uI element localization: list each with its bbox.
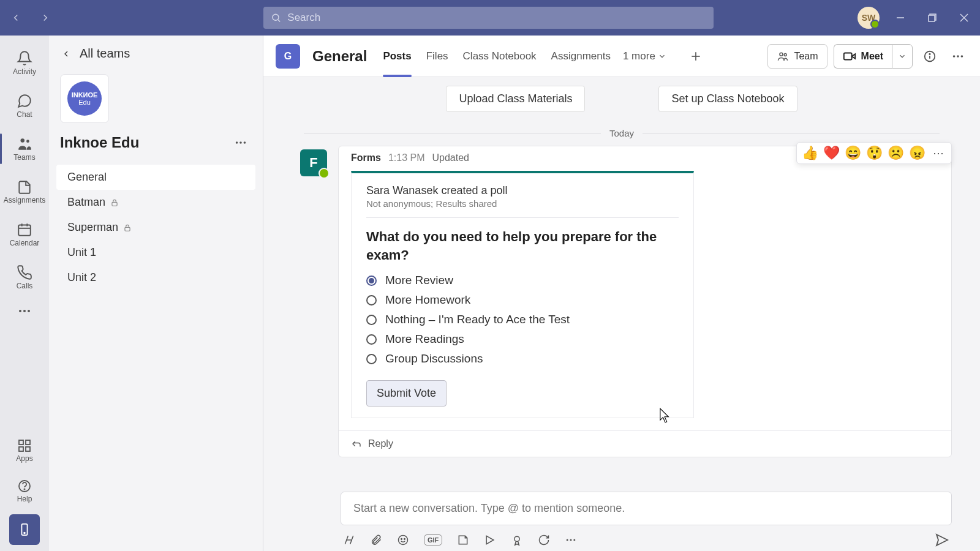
user-avatar[interactable]: SW	[858, 7, 880, 29]
format-icon[interactable]	[343, 534, 355, 546]
rail-calls[interactable]: Calls	[0, 256, 49, 299]
svg-point-45	[567, 539, 568, 541]
search-box[interactable]	[263, 7, 714, 29]
rail-label: Activity	[13, 67, 36, 76]
praise-icon[interactable]	[511, 534, 523, 546]
radio-icon	[366, 334, 377, 345]
search-input[interactable]	[287, 12, 706, 24]
search-icon	[271, 12, 281, 23]
poll-option-label: More Homework	[385, 293, 470, 307]
all-teams-back[interactable]: All teams	[56, 44, 255, 63]
team-btn-label: Team	[794, 51, 818, 62]
svg-rect-15	[19, 440, 23, 444]
upload-materials-button[interactable]: Upload Class Materials	[446, 86, 585, 112]
post: 👍 ❤️ 😄 😲 ☹️ 😠 ⋯ F Forms 1:13 PM Updated	[263, 142, 980, 457]
title-bar: SW	[0, 0, 980, 36]
channel-header: G General PostsFilesClass NotebookAssign…	[263, 36, 980, 77]
meet-dropdown[interactable]	[892, 44, 913, 69]
header-more-button[interactable]	[947, 45, 969, 67]
channel-item-general[interactable]: General	[56, 165, 255, 190]
reaction-angry[interactable]: 😠	[909, 145, 925, 161]
channel-title: General	[312, 48, 367, 65]
app-avatar-forms: F	[300, 149, 327, 176]
rail-teams[interactable]: Teams	[0, 127, 49, 170]
rail-label: Teams	[13, 153, 35, 162]
svg-rect-32	[843, 53, 851, 59]
rail-chat[interactable]: Chat	[0, 84, 49, 127]
poll-option[interactable]: Nothing – I'm Ready to Ace the Test	[366, 313, 679, 326]
more-tabs[interactable]: 1 more	[623, 36, 666, 77]
nav-forward-button[interactable]	[36, 8, 55, 28]
rail-calendar[interactable]: Calendar	[0, 213, 49, 256]
sticker-icon[interactable]	[457, 534, 469, 546]
svg-point-38	[957, 55, 959, 58]
channel-item-superman[interactable]: Superman	[56, 215, 255, 240]
channel-item-unit-1[interactable]: Unit 1	[56, 240, 255, 265]
submit-vote-button[interactable]: Submit Vote	[366, 380, 447, 407]
meet-button[interactable]: Meet	[834, 44, 913, 69]
close-button[interactable]	[953, 7, 975, 29]
minimize-button[interactable]	[889, 7, 911, 29]
reaction-more[interactable]: ⋯	[930, 146, 946, 160]
nav-back-button[interactable]	[6, 8, 26, 28]
emoji-icon[interactable]	[397, 534, 409, 546]
poll-card: Sara Wanasek created a poll Not anonymou…	[351, 171, 694, 418]
add-tab-button[interactable]	[685, 45, 707, 67]
post-app-name: Forms	[351, 152, 381, 163]
loop-icon[interactable]	[538, 534, 550, 546]
svg-rect-3	[929, 15, 935, 21]
reaction-surprised[interactable]: 😲	[866, 145, 883, 161]
rail-mobile-button[interactable]	[9, 514, 40, 545]
rail-activity[interactable]: Activity	[0, 42, 49, 84]
svg-point-31	[785, 53, 787, 56]
tab-assignments[interactable]: Assignments	[551, 36, 611, 77]
rail-help[interactable]: Help	[0, 474, 49, 508]
reaction-thumbs-up[interactable]: 👍	[802, 145, 818, 161]
reaction-laugh[interactable]: 😄	[845, 145, 861, 161]
svg-marker-43	[487, 536, 494, 544]
rail-assignments[interactable]: Assignments	[0, 170, 49, 213]
reaction-heart[interactable]: ❤️	[823, 145, 840, 161]
composer-input[interactable]: Start a new conversation. Type @ to ment…	[341, 492, 952, 525]
channel-item-unit-2[interactable]: Unit 2	[56, 265, 255, 290]
rail-apps[interactable]: Apps	[0, 433, 49, 468]
svg-point-23	[236, 141, 238, 144]
reply-button[interactable]: Reply	[339, 430, 951, 457]
rail-more[interactable]	[0, 299, 49, 323]
stream-icon[interactable]	[484, 534, 496, 546]
poll-option[interactable]: More Review	[366, 274, 679, 287]
setup-notebook-button[interactable]: Set up Class Notebook	[658, 86, 797, 112]
info-button[interactable]	[919, 45, 941, 67]
send-button[interactable]	[935, 533, 949, 547]
team-avatar[interactable]: INKИOE Edu	[60, 74, 109, 123]
svg-point-39	[961, 55, 963, 58]
meet-label: Meet	[861, 51, 883, 62]
channel-avatar: G	[276, 44, 300, 69]
poll-option[interactable]: More Readings	[366, 332, 679, 346]
svg-line-1	[278, 20, 280, 21]
poll-option[interactable]: More Homework	[366, 293, 679, 307]
gif-icon[interactable]: GIF	[424, 534, 442, 545]
poll-settings-line: Not anonymous; Results shared	[366, 198, 679, 218]
attach-icon[interactable]	[370, 534, 382, 546]
composer-more-icon[interactable]	[565, 534, 577, 546]
tab-posts[interactable]: Posts	[383, 36, 411, 77]
date-label: Today	[609, 128, 634, 138]
poll-option[interactable]: Group Discussions	[366, 352, 679, 365]
svg-point-0	[273, 14, 279, 20]
rail-label: Calendar	[10, 239, 40, 247]
tab-files[interactable]: Files	[426, 36, 448, 77]
team-visibility-button[interactable]: Team	[767, 44, 827, 69]
svg-rect-26	[112, 202, 117, 206]
maximize-button[interactable]	[921, 7, 943, 29]
lock-icon	[123, 223, 132, 232]
rail-label: Help	[17, 495, 32, 503]
team-more-button[interactable]	[230, 132, 252, 154]
svg-point-30	[780, 53, 783, 56]
svg-point-46	[570, 539, 572, 541]
channel-item-batman[interactable]: Batman	[56, 190, 255, 215]
tab-class-notebook[interactable]: Class Notebook	[463, 36, 537, 77]
channel-panel: All teams INKИOE Edu Inknoe Edu GeneralB…	[49, 36, 263, 551]
team-icon	[777, 50, 789, 62]
reaction-sad[interactable]: ☹️	[888, 145, 904, 161]
